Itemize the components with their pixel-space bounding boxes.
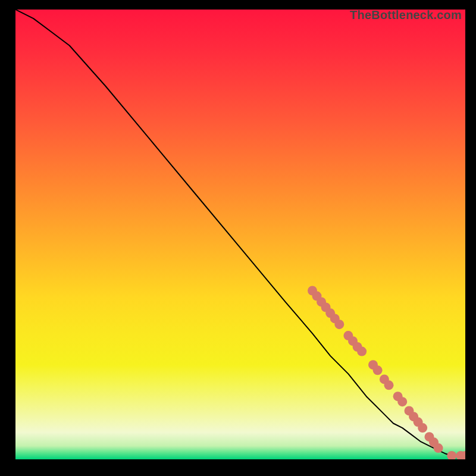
- data-point: [334, 320, 344, 329]
- plot-area: TheBottleneck.com: [15, 10, 465, 459]
- curve-path: [15, 10, 465, 456]
- line-series: [15, 10, 465, 456]
- data-point: [447, 451, 456, 459]
- chart-wrapper: TheBottleneck.com: [0, 0, 476, 476]
- data-point: [384, 380, 394, 390]
- data-point: [357, 347, 367, 356]
- scatter-series: [308, 286, 465, 460]
- data-point: [373, 365, 383, 375]
- data-point: [434, 443, 443, 453]
- data-point: [397, 397, 407, 406]
- data-point: [418, 423, 427, 433]
- chart-svg: [15, 10, 465, 459]
